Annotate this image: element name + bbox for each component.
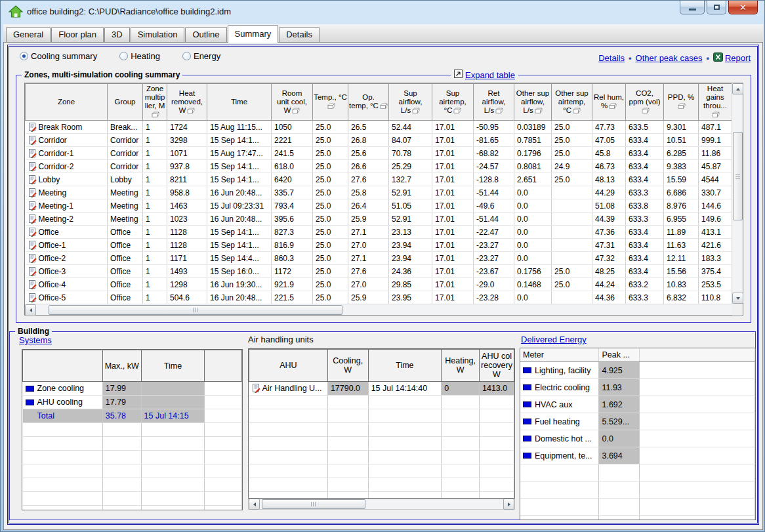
column-header-time[interactable]: Time — [207, 84, 272, 121]
zone-edit-icon[interactable] — [28, 254, 37, 263]
tab-general[interactable]: General — [6, 27, 51, 42]
empty-cell — [479, 464, 514, 478]
column-header-ret[interactable]: Ret airflow, L/s — [474, 84, 514, 121]
zone-name-cell[interactable]: Office-3 — [26, 265, 108, 278]
scroll-left-button[interactable] — [249, 499, 260, 510]
tab-simulation[interactable]: Simulation — [131, 27, 185, 42]
h-scroll-thumb[interactable] — [49, 305, 342, 315]
meter-label-cell[interactable]: HVAC aux — [520, 396, 599, 413]
column-header-other-sup[interactable]: Other sup airtemp, °C — [552, 84, 592, 121]
empty-row — [249, 464, 514, 478]
zone-name-cell[interactable]: Break Room — [26, 121, 108, 134]
tab-details[interactable]: Details — [279, 27, 320, 42]
column-header-label: Group — [115, 98, 136, 106]
zones-v-scrollbar[interactable] — [732, 83, 743, 304]
systems-label-cell[interactable]: Total — [23, 409, 103, 423]
column-header-room[interactable]: Room unit cool, W — [272, 84, 313, 121]
zone-name-cell[interactable]: Office-4 — [26, 278, 108, 291]
link-report[interactable]: Report — [725, 53, 751, 63]
zone-name-cell[interactable]: Meeting — [26, 186, 108, 199]
zone-name-cell[interactable]: Office-1 — [26, 239, 108, 252]
zone-name-cell[interactable]: Meeting-2 — [26, 213, 108, 226]
systems-label-cell[interactable]: AHU cooling — [23, 396, 103, 409]
meter-label-cell[interactable]: Lighting, facility — [520, 362, 599, 379]
column-header-op[interactable]: Op. temp, °C — [348, 84, 389, 121]
scroll-right-button[interactable] — [503, 499, 514, 510]
scroll-up-button[interactable] — [732, 83, 743, 94]
radio-heating[interactable]: Heating — [119, 51, 160, 61]
table-cell: 1 — [143, 121, 167, 134]
expand-icon[interactable] — [454, 70, 463, 80]
zone-edit-icon[interactable] — [28, 123, 37, 132]
zone-name-cell[interactable]: Office-5 — [26, 291, 108, 304]
column-header-co2[interactable]: CO2, ppm (vol) — [626, 84, 664, 121]
systems-link[interactable]: Systems — [19, 335, 52, 345]
column-header-other-sup[interactable]: Other sup airflow, L/s — [514, 84, 552, 121]
column-header-zone[interactable]: Zone multip lier, M — [143, 84, 167, 121]
column-header-heat[interactable]: Heat removed, W — [167, 84, 207, 121]
tab-floor-plan[interactable]: Floor plan — [51, 27, 104, 42]
zone-edit-icon[interactable] — [28, 188, 37, 197]
maximize-button[interactable] — [707, 1, 726, 14]
zone-edit-icon[interactable] — [28, 175, 37, 184]
zone-name-cell[interactable]: Office — [26, 226, 108, 239]
column-header-zone[interactable]: Zone — [26, 84, 108, 121]
zones-h-scrollbar[interactable] — [25, 304, 743, 315]
column-header-label: CO2, ppm (vol) — [629, 89, 661, 114]
tab-3d[interactable]: 3D — [104, 27, 130, 42]
zone-name-cell[interactable]: Lobby — [26, 173, 108, 186]
expand-table-link[interactable]: Expand table — [465, 70, 515, 80]
ahu-h-scrollbar[interactable] — [248, 499, 515, 510]
zone-name-cell[interactable]: Corridor — [26, 134, 108, 147]
table-cell: 44.29 — [592, 186, 626, 199]
meter-label: Electric cooling — [535, 383, 590, 392]
zone-name-cell[interactable]: Corridor-1 — [26, 147, 108, 160]
column-header-group[interactable]: Group — [108, 84, 143, 121]
close-button[interactable]: ✕ — [728, 1, 758, 14]
link-details[interactable]: Details — [598, 53, 625, 63]
zone-edit-icon[interactable] — [28, 293, 37, 302]
meter-label-cell[interactable]: Equipment, te... — [520, 447, 599, 464]
delivered-energy-link[interactable]: Delivered Energy — [521, 335, 587, 344]
scroll-down-button[interactable] — [732, 293, 743, 304]
zone-name-cell[interactable]: Office-2 — [26, 252, 108, 265]
column-header-ppd[interactable]: PPD, % — [664, 84, 699, 121]
v-scroll-thumb[interactable] — [733, 132, 743, 220]
systems-label-cell[interactable]: Zone cooling — [23, 382, 103, 396]
column-header-heat[interactable]: Heat gains throu... — [699, 84, 732, 121]
ahu-column-header-ahu-col: AHU col recovery W — [479, 350, 514, 382]
zone-name-wrap: Meeting-2 — [28, 215, 105, 224]
zone-edit-icon[interactable] — [28, 201, 37, 211]
tab-summary[interactable]: Summary — [228, 25, 279, 43]
column-header-sup[interactable]: Sup airtemp, °C — [432, 84, 474, 121]
zone-edit-icon[interactable] — [28, 267, 37, 276]
zone-edit-icon[interactable] — [28, 241, 37, 250]
meter-label-cell[interactable]: Domestic hot ... — [520, 430, 599, 447]
radio-energy[interactable]: Energy — [182, 51, 220, 61]
column-header-sup[interactable]: Sup airflow, L/s — [389, 84, 432, 121]
zone-edit-icon[interactable] — [28, 228, 37, 237]
empty-cell — [442, 423, 480, 437]
systems-blank-cell — [205, 396, 242, 409]
tab-outline[interactable]: Outline — [185, 27, 226, 42]
column-header-rel-hum[interactable]: Rel hum, % — [592, 84, 626, 121]
meter-label-cell[interactable]: Electric cooling — [520, 379, 599, 396]
zone-edit-icon[interactable] — [28, 215, 37, 224]
ahu-edit-icon[interactable] — [252, 384, 260, 393]
ahu-name-cell[interactable]: Air Handling U... — [249, 382, 328, 396]
title-bar[interactable]: office building2: C:\PUD\Radiance\office… — [1, 1, 764, 24]
table-cell: 47.36 — [592, 226, 626, 239]
minimize-button[interactable] — [680, 1, 705, 14]
scroll-left-button[interactable] — [25, 304, 36, 316]
column-header-temp-c[interactable]: Temp., °C — [313, 84, 348, 121]
zone-edit-icon[interactable] — [28, 149, 37, 158]
h-scroll-thumb[interactable] — [262, 499, 365, 509]
zone-edit-icon[interactable] — [28, 162, 37, 171]
zone-edit-icon[interactable] — [28, 136, 37, 145]
zone-name-cell[interactable]: Meeting-1 — [26, 199, 108, 213]
zone-name-cell[interactable]: Corridor-2 — [26, 160, 108, 173]
zone-edit-icon[interactable] — [28, 280, 37, 289]
meter-label-cell[interactable]: Fuel heating — [520, 413, 599, 430]
link-other-peak-cases[interactable]: Other peak cases — [636, 53, 703, 63]
radio-cooling-summary[interactable]: Cooling summary — [20, 51, 97, 61]
